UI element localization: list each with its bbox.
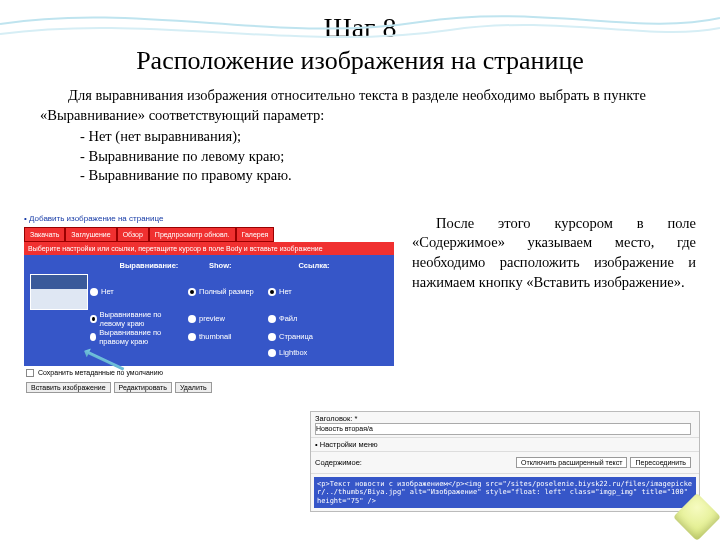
tab-gallery[interactable]: Галерея [236, 227, 275, 242]
tab-preview[interactable]: Предпросмотр обновл. [149, 227, 236, 242]
list-item: - Выравнивание по левому краю; [80, 147, 680, 167]
opt-label: Страница [279, 332, 313, 341]
tab-upload[interactable]: Закачать [24, 227, 65, 242]
list-item: - Выравнивание по правому краю. [80, 166, 680, 186]
dialog-tabs: Закачать Заглушение Обзор Предпросмотр о… [24, 227, 394, 242]
body-label: Содержимое: [315, 458, 362, 467]
options-list: - Нет (нет выравнивания); - Выравнивание… [80, 127, 680, 186]
title-field-label: Заголовок: * [315, 414, 357, 423]
tab-browse[interactable]: Обзор [117, 227, 149, 242]
list-item: - Нет (нет выравнивания); [80, 127, 680, 147]
radio-align-left[interactable] [90, 315, 97, 323]
opt-label: Выравнивание по левому краю [100, 310, 189, 328]
checkbox-save-meta[interactable] [26, 369, 34, 377]
intro-paragraph: Для выравнивания изображения относительн… [40, 86, 680, 125]
opt-label: Выравнивание по правому краю [99, 328, 188, 346]
menu-settings-link[interactable]: • Настройки меню [311, 438, 699, 452]
radio-link-file[interactable] [268, 315, 276, 323]
options-panel: Выравнивание: Show: Ссылка: Нет Полный р… [24, 255, 394, 366]
radio-show-thumb[interactable] [188, 333, 196, 341]
delete-button[interactable]: Удалить [175, 382, 212, 393]
opt-label: Нет [279, 287, 292, 296]
opt-label: Нет [101, 287, 114, 296]
reconnect-button[interactable]: Пересоединить [630, 457, 691, 468]
title-input[interactable] [315, 423, 691, 435]
image-thumbnail[interactable] [30, 274, 88, 310]
radio-link-page[interactable] [268, 333, 276, 341]
step-number: Шаг 8 [0, 12, 720, 44]
dialog-hint: Выберите настройки или ссылки, перетащит… [24, 242, 394, 255]
radio-link-none[interactable] [268, 288, 276, 296]
col-link: Ссылка: [299, 261, 389, 270]
disable-richtext-button[interactable]: Отключить расширенный текст [516, 457, 627, 468]
radio-align-none[interactable] [90, 288, 98, 296]
col-align: Выравнивание: [120, 261, 210, 270]
opt-label: thumbnail [199, 332, 232, 341]
col-blank [30, 261, 120, 270]
opt-label: Файл [279, 314, 297, 323]
screenshot-image-dialog: • Добавить изображение на странице Закач… [24, 214, 394, 395]
instruction-paragraph: После этого курсором в поле «Содержимое»… [412, 214, 696, 395]
radio-show-preview[interactable] [188, 315, 196, 323]
checkbox-label: Сохранить метаданные по умолчанию [38, 369, 163, 376]
edit-button[interactable]: Редактировать [114, 382, 172, 393]
screenshot-editor-form: Заголовок: * • Настройки меню Содержимое… [310, 411, 700, 512]
page-title: Расположение изображения на странице [0, 46, 720, 76]
html-source-box[interactable]: <p>Текст новости с изображением</p><img … [314, 477, 696, 508]
col-show: Show: [209, 261, 299, 270]
radio-align-right[interactable] [90, 333, 96, 341]
radio-show-full[interactable] [188, 288, 196, 296]
add-image-link[interactable]: • Добавить изображение на странице [24, 214, 394, 223]
opt-label: Полный размер [199, 287, 254, 296]
opt-label: preview [199, 314, 225, 323]
opt-label: Lightbox [279, 348, 307, 357]
radio-link-lightbox[interactable] [268, 349, 276, 357]
insert-image-button[interactable]: Вставить изображение [26, 382, 111, 393]
tab-stub[interactable]: Заглушение [65, 227, 116, 242]
